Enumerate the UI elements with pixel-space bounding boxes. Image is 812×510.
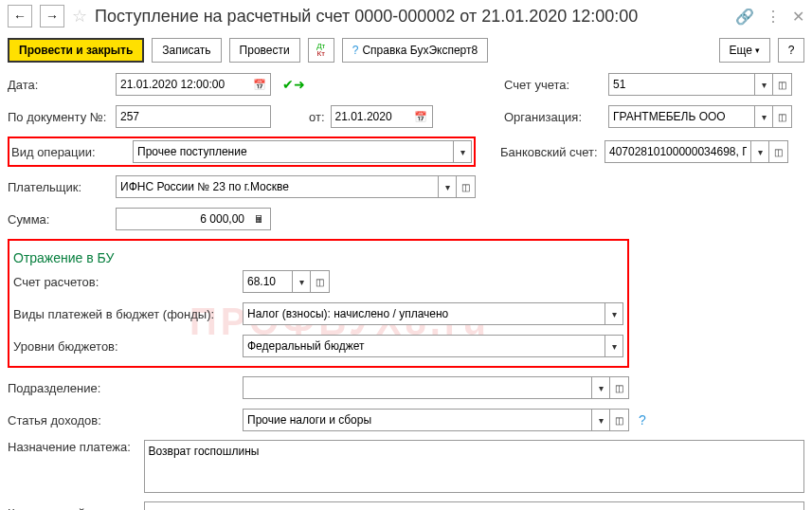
bank-label: Банковский счет:	[500, 145, 599, 159]
back-button[interactable]: ←	[8, 5, 32, 27]
forward-button[interactable]: →	[40, 5, 64, 27]
bu-section-highlight: Отражение в БУ Счет расчетов: Виды плате…	[8, 239, 629, 368]
org-input[interactable]	[608, 105, 754, 128]
post-and-close-button[interactable]: Провести и закрыть	[8, 38, 144, 63]
docnum-input[interactable]	[116, 105, 271, 128]
budget-level-dropdown[interactable]	[604, 335, 623, 357]
help-button[interactable]: ?Справка БухЭксперт8	[342, 38, 488, 63]
purpose-textarea[interactable]	[144, 440, 805, 493]
calc-account-dropdown[interactable]	[292, 270, 311, 293]
calc-account-input[interactable]	[243, 270, 292, 293]
help-question-button[interactable]: ?	[778, 38, 804, 63]
sum-input[interactable]	[116, 208, 248, 230]
link-icon[interactable]: 🔗	[735, 8, 754, 26]
bank-input[interactable]	[604, 140, 750, 163]
calculator-icon[interactable]: 🖩	[248, 208, 271, 230]
account-label: Счет учета:	[504, 78, 603, 92]
optype-highlight: Вид операции:	[8, 137, 476, 167]
purpose-label: Назначение платежа:	[8, 440, 138, 454]
division-dropdown[interactable]	[591, 376, 610, 399]
income-label: Статья доходов:	[8, 413, 237, 428]
more-icon[interactable]: ⋮	[766, 8, 781, 26]
payer-open[interactable]	[457, 175, 476, 198]
bank-dropdown[interactable]	[750, 140, 769, 163]
account-input[interactable]	[608, 73, 754, 96]
favorite-star-icon[interactable]: ☆	[72, 6, 87, 27]
check-icon: ✔➜	[282, 77, 305, 92]
division-input[interactable]	[243, 376, 591, 399]
optype-label: Вид операции:	[11, 145, 133, 159]
calendar-icon[interactable]: 📅	[248, 73, 271, 96]
post-button[interactable]: Провести	[229, 38, 300, 63]
account-open[interactable]	[773, 73, 792, 96]
bank-open[interactable]	[769, 140, 788, 163]
write-button[interactable]: Записать	[152, 38, 221, 63]
comment-input[interactable]	[144, 501, 805, 510]
from-label: от:	[309, 110, 325, 124]
org-open[interactable]	[773, 105, 792, 128]
budget-level-label: Уровни бюджетов:	[13, 339, 237, 354]
from-calendar-icon[interactable]: 📅	[410, 105, 433, 128]
sum-label: Сумма:	[8, 212, 110, 227]
payment-type-label: Виды платежей в бюджет (фонды):	[13, 307, 237, 321]
income-input[interactable]	[243, 409, 591, 431]
more-button[interactable]: Еще ▾	[719, 38, 770, 63]
date-input[interactable]	[116, 73, 248, 96]
calc-account-label: Счет расчетов:	[13, 275, 237, 289]
payment-type-dropdown[interactable]	[604, 302, 623, 325]
income-help-icon[interactable]: ?	[639, 412, 646, 428]
payment-type-input[interactable]	[243, 302, 604, 325]
payer-dropdown[interactable]	[438, 175, 457, 198]
date-label: Дата:	[8, 78, 110, 92]
window-title: Поступление на расчетный счет 0000-00000…	[95, 7, 728, 27]
org-label: Организация:	[504, 110, 603, 124]
docnum-label: По документу №:	[8, 110, 110, 124]
calc-account-open[interactable]	[311, 270, 330, 293]
payer-label: Плательщик:	[8, 180, 110, 194]
income-dropdown[interactable]	[591, 409, 610, 431]
payer-input[interactable]	[116, 175, 438, 198]
division-open[interactable]	[610, 376, 629, 399]
division-label: Подразделение:	[8, 381, 237, 395]
from-date-input[interactable]	[331, 105, 410, 128]
comment-label: Комментарий:	[8, 506, 138, 511]
org-dropdown[interactable]	[754, 105, 773, 128]
account-dropdown[interactable]	[754, 73, 773, 96]
bu-section-title: Отражение в БУ	[13, 250, 623, 265]
income-open[interactable]	[610, 409, 629, 431]
optype-input[interactable]	[133, 140, 453, 163]
optype-dropdown[interactable]	[453, 140, 472, 163]
close-icon[interactable]: ✕	[792, 8, 804, 26]
budget-level-input[interactable]	[243, 335, 604, 357]
dt-kt-button[interactable]: ДтКт	[308, 38, 334, 63]
